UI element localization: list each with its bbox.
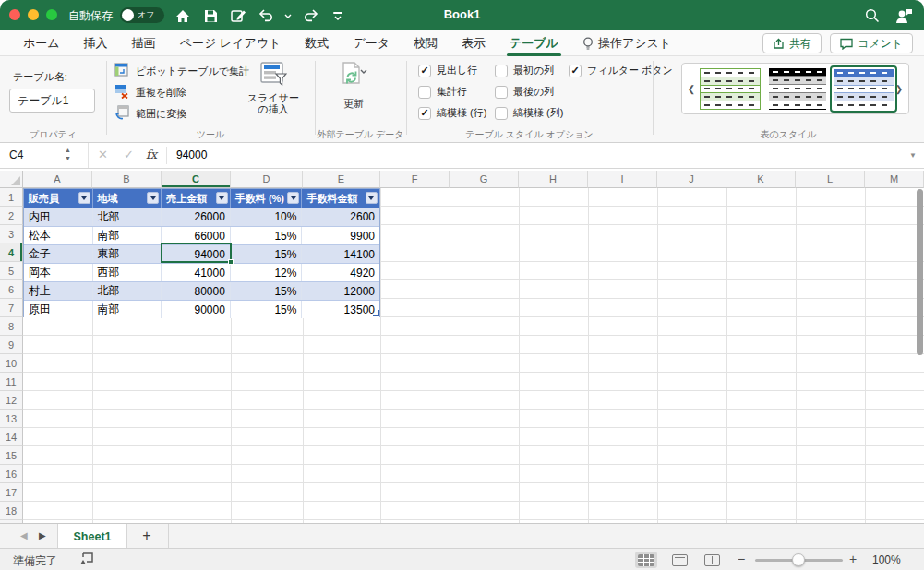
row-header-7[interactable]: 7 — [0, 299, 23, 317]
table-name-input[interactable]: テーブル1 — [9, 89, 95, 113]
gallery-prev-icon[interactable]: ❮ — [684, 64, 699, 113]
sheet-tab-Sheet1[interactable]: Sheet1 — [57, 524, 127, 549]
table-cell[interactable]: 松本 — [24, 227, 93, 244]
summarize-with-pivottable-button[interactable]: ピボットテーブルで集計 — [114, 64, 249, 78]
next-sheet-icon[interactable]: ▶ — [39, 530, 46, 540]
table-cell[interactable]: 15% — [231, 282, 303, 300]
table-cell[interactable]: 岡本 — [24, 264, 93, 281]
table-cell[interactable]: 41000 — [162, 264, 231, 281]
table-cell[interactable]: 15% — [231, 301, 303, 318]
add-sheet-button[interactable]: + — [137, 526, 157, 546]
tab-draw[interactable]: 描画 — [120, 30, 168, 56]
tab-data[interactable]: データ — [341, 30, 402, 56]
insert-slicer-button[interactable]: スライサーの挿入 — [244, 62, 303, 114]
row-header-15[interactable]: 15 — [0, 446, 23, 465]
row-header-9[interactable]: 9 — [0, 336, 23, 354]
column-header-D[interactable]: D — [231, 171, 303, 188]
checkbox-option[interactable]: 集計行 — [418, 85, 467, 99]
column-header-M[interactable]: M — [865, 171, 924, 188]
table-cell[interactable]: 66000 — [162, 227, 231, 244]
row-header-4[interactable]: 4 — [0, 243, 23, 262]
filter-dropdown-icon[interactable] — [147, 192, 159, 204]
tab-home[interactable]: ホーム — [11, 30, 72, 56]
checkbox-option[interactable]: 縞模様 (列) — [495, 106, 563, 120]
filter-dropdown-icon[interactable] — [366, 192, 378, 204]
column-header-L[interactable]: L — [796, 171, 865, 188]
column-header-K[interactable]: K — [726, 171, 796, 188]
column-header-F[interactable]: F — [380, 171, 450, 188]
checkbox-checked-icon[interactable]: ✓ — [418, 107, 431, 120]
zoom-level[interactable]: 100% — [872, 553, 901, 566]
row-header-1[interactable]: 1 — [0, 188, 23, 207]
table-cell[interactable]: 南部 — [93, 301, 162, 318]
formula-bar-expand-icon[interactable]: ▼ — [909, 151, 917, 160]
row-header-18[interactable]: 18 — [0, 502, 23, 520]
checkbox-option[interactable]: ✓フィルター ボタン — [569, 64, 673, 77]
column-header-C[interactable]: C — [162, 171, 231, 188]
row-header-10[interactable]: 10 — [0, 354, 23, 373]
checkbox-unchecked-icon[interactable] — [495, 86, 508, 99]
name-box[interactable]: C4 ▲▼ — [0, 143, 89, 168]
table-cell[interactable]: 80000 — [162, 282, 231, 300]
table-resize-handle[interactable] — [373, 310, 379, 316]
column-header-G[interactable]: G — [450, 171, 519, 188]
cancel-icon[interactable]: ✕ — [98, 148, 108, 161]
page-layout-view-button[interactable] — [668, 552, 690, 568]
table-style-blue-selected[interactable] — [830, 65, 897, 113]
table-cell[interactable]: 2600 — [302, 208, 379, 226]
row-header-16[interactable]: 16 — [0, 465, 23, 483]
row-header-5[interactable]: 5 — [0, 262, 23, 280]
checkbox-unchecked-icon[interactable] — [495, 65, 508, 77]
table-cell[interactable]: 10% — [231, 208, 303, 226]
formula-input[interactable]: 94000 — [176, 148, 207, 161]
refresh-button[interactable]: 更新 — [325, 62, 382, 111]
table-cell[interactable]: 北部 — [93, 282, 162, 300]
insert-function-icon[interactable]: fx — [146, 148, 157, 161]
comment-button[interactable]: コメント — [830, 33, 913, 53]
table-style-black[interactable] — [769, 68, 826, 110]
tab-review[interactable]: 校閲 — [402, 30, 450, 56]
enter-icon[interactable]: ✓ — [124, 148, 134, 161]
table-cell[interactable]: 9900 — [302, 227, 379, 244]
table-cell[interactable]: 26000 — [162, 208, 231, 226]
macro-record-icon[interactable] — [79, 552, 94, 569]
row-header-2[interactable]: 2 — [0, 207, 23, 225]
search-icon[interactable] — [863, 6, 882, 26]
zoom-out-button[interactable]: − — [738, 552, 745, 566]
table-cell[interactable]: 西部 — [93, 264, 162, 281]
prev-sheet-icon[interactable]: ◀ — [20, 530, 28, 540]
checkbox-option[interactable]: ✓見出し行 — [418, 64, 477, 77]
row-header-11[interactable]: 11 — [0, 373, 23, 391]
checkbox-unchecked-icon[interactable] — [495, 107, 508, 120]
remove-duplicates-button[interactable]: 重複を削除 — [114, 85, 186, 100]
row-header-3[interactable]: 3 — [0, 225, 23, 243]
checkbox-unchecked-icon[interactable] — [418, 86, 431, 99]
select-all-corner[interactable] — [0, 171, 23, 188]
tab-assist[interactable]: 操作アシスト — [570, 30, 683, 56]
table-cell[interactable]: 4920 — [302, 264, 379, 281]
tab-table[interactable]: テーブル — [498, 30, 570, 56]
row-header-14[interactable]: 14 — [0, 428, 23, 446]
table-cell[interactable]: 村上 — [24, 282, 93, 300]
table-cell[interactable]: 15% — [231, 227, 303, 244]
table-cell[interactable]: 90000 — [162, 301, 231, 318]
page-break-view-button[interactable] — [701, 552, 723, 568]
checkbox-option[interactable]: 最初の列 — [495, 64, 554, 77]
tab-page-layout[interactable]: ページ レイアウト — [168, 30, 294, 56]
zoom-slider-thumb[interactable] — [792, 553, 805, 566]
table-cell[interactable]: 13500 — [302, 301, 379, 318]
name-box-stepper[interactable]: ▲▼ — [65, 147, 71, 162]
share-user-icon[interactable] — [894, 6, 913, 26]
column-header-B[interactable]: B — [92, 171, 162, 188]
checkbox-option[interactable]: ✓縞模様 (行) — [418, 106, 486, 120]
table-style-green[interactable] — [700, 68, 761, 110]
table-cell[interactable]: 14100 — [302, 245, 379, 263]
column-header-H[interactable]: H — [519, 171, 588, 188]
checkbox-checked-icon[interactable]: ✓ — [569, 65, 582, 77]
table-cell[interactable]: 15% — [231, 245, 303, 263]
table-cell[interactable]: 原田 — [24, 301, 93, 318]
table-cell[interactable]: 北部 — [93, 208, 162, 226]
share-button[interactable]: 共有 — [762, 33, 822, 53]
tab-insert[interactable]: 挿入 — [72, 30, 120, 56]
convert-to-range-button[interactable]: 範囲に変換 — [114, 106, 186, 121]
